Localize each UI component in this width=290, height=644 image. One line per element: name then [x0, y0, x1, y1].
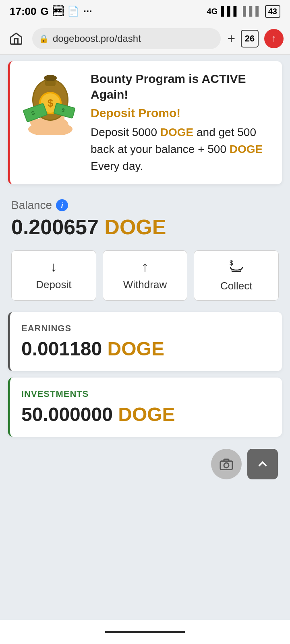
balance-label-text: Balance — [11, 199, 52, 212]
balance-info-icon[interactable]: i — [56, 199, 68, 211]
scroll-top-button[interactable] — [247, 449, 278, 479]
balance-currency: DOGE — [104, 215, 166, 239]
investments-amount: 50.000000 — [21, 404, 113, 425]
facebook-icon: 📄 — [67, 6, 79, 17]
bounty-text: Bounty Program is ACTIVE Again! Deposit … — [91, 71, 274, 175]
home-indicator — [105, 631, 185, 633]
balance-amount: 0.200657 — [11, 215, 99, 239]
bounty-image: $ $ $ — [18, 71, 83, 135]
bounty-doge1: DOGE — [160, 126, 193, 138]
bounty-promo: Deposit Promo! — [91, 106, 274, 120]
withdraw-icon: ↑ — [142, 259, 149, 275]
earnings-card: EARNINGS 0.001180 DOGE — [8, 312, 282, 371]
balance-section: Balance i 0.200657 DOGE — [0, 191, 290, 242]
earnings-label: EARNINGS — [21, 323, 271, 334]
svg-text:$: $ — [230, 260, 233, 266]
new-tab-button[interactable]: + — [227, 31, 235, 46]
bounty-title: Bounty Program is ACTIVE Again! — [91, 71, 274, 102]
bottom-bar — [0, 620, 290, 644]
deposit-icon: ↓ — [50, 259, 57, 275]
withdraw-button[interactable]: ↑ Withdraw — [103, 250, 188, 301]
earnings-currency: DOGE — [108, 338, 164, 359]
withdraw-label: Withdraw — [123, 279, 167, 291]
bounty-description: Deposit 5000 DOGE and get 500 back at yo… — [91, 124, 274, 175]
status-bar: 17:00 G  📄 ··· 4G ▌▌▌ ▌▌▌ 43 — [0, 0, 290, 23]
investments-label: INVESTMENTS — [21, 389, 271, 399]
carrier-label: G — [41, 5, 49, 18]
fab-area — [8, 443, 282, 483]
signal-icon2: ▌▌▌ — [243, 6, 262, 17]
more-icon: ··· — [83, 5, 92, 18]
network-label: 4G — [207, 7, 218, 16]
investments-value: 50.000000 DOGE — [21, 403, 271, 425]
bounty-desc-text3: Every day. — [91, 160, 143, 172]
battery-indicator: 43 — [265, 5, 280, 18]
collect-label: Collect — [220, 280, 252, 292]
deposit-button[interactable]: ↓ Deposit — [11, 250, 96, 301]
bounty-card: $ $ $ Bounty Program is ACTIVE Again! De… — [8, 61, 282, 184]
svg-point-21 — [224, 463, 229, 468]
home-button[interactable] — [6, 29, 26, 48]
balance-label-row: Balance i — [11, 199, 279, 212]
bounty-doge2: DOGE — [230, 143, 263, 155]
upload-button[interactable]: ↑ — [264, 29, 284, 48]
browser-bar: 🔒 dogeboost.pro/dasht + 26 ↑ — [0, 23, 290, 55]
camera-button[interactable] — [211, 449, 242, 479]
bounty-desc-text1: Deposit 5000 — [91, 126, 160, 138]
earnings-value: 0.001180 DOGE — [21, 338, 271, 360]
investments-currency: DOGE — [118, 404, 175, 425]
tab-count[interactable]: 26 — [241, 30, 259, 47]
svg-text:$: $ — [48, 97, 54, 109]
time-display: 17:00 — [10, 5, 37, 18]
main-content: $ $ $ Bounty Program is ACTIVE Again! De… — [0, 61, 290, 483]
deposit-label: Deposit — [36, 279, 71, 291]
url-display: dogeboost.pro/dasht — [53, 33, 141, 44]
action-buttons: ↓ Deposit ↑ Withdraw $ Collect — [0, 242, 290, 309]
collect-icon: $ — [229, 259, 244, 276]
collect-button[interactable]: $ Collect — [194, 250, 279, 301]
facebook-icon:  — [53, 5, 63, 18]
address-bar[interactable]: 🔒 dogeboost.pro/dasht — [32, 28, 221, 49]
signal-icon: ▌▌▌ — [221, 6, 240, 17]
svg-point-12 — [44, 75, 57, 81]
earnings-amount: 0.001180 — [21, 338, 102, 359]
lock-icon: 🔒 — [39, 34, 49, 43]
balance-value: 0.200657 DOGE — [11, 215, 279, 239]
investments-card: INVESTMENTS 50.000000 DOGE — [8, 378, 282, 437]
